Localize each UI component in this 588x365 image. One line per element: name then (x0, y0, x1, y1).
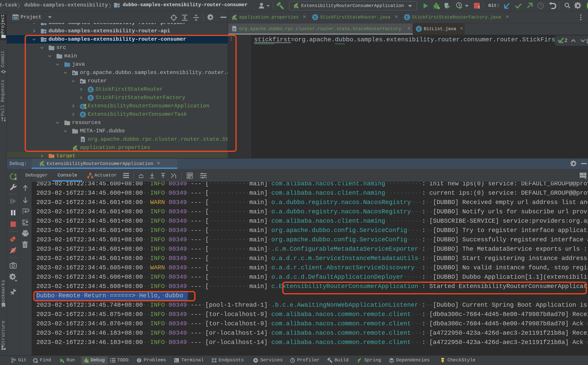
svg-text:C: C (406, 15, 408, 20)
svg-text:C: C (314, 15, 316, 20)
svg-text:C: C (418, 27, 420, 32)
